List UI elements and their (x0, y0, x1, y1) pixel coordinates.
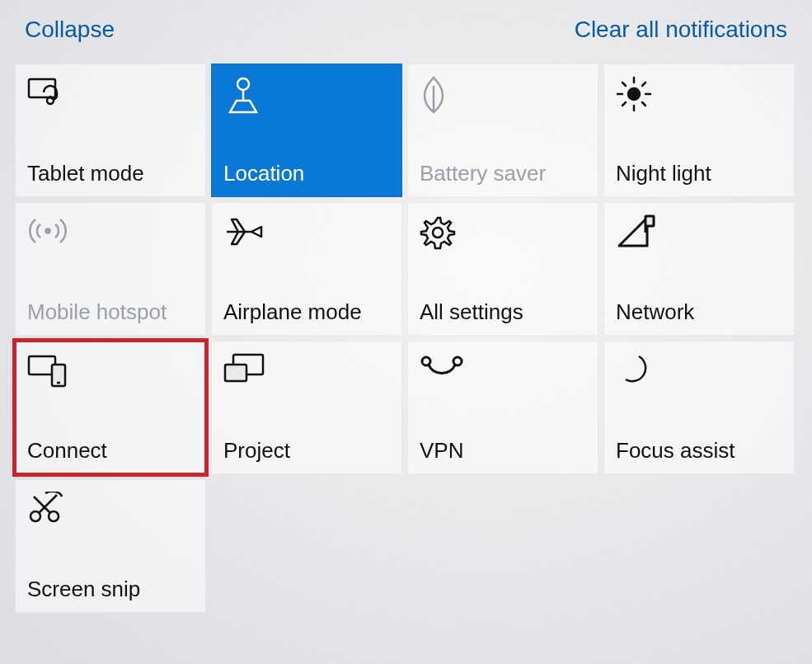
tile-label: Battery saver (420, 161, 586, 186)
connect-icon (27, 351, 194, 391)
tile-label: Project (223, 438, 390, 464)
svg-point-2 (237, 78, 249, 90)
svg-rect-0 (29, 79, 55, 97)
tile-connect[interactable]: Connect (15, 341, 206, 474)
top-bar: Collapse Clear all notifications (0, 0, 812, 64)
tile-all-settings[interactable]: All settings (407, 202, 598, 336)
tile-vpn[interactable]: VPN (407, 341, 598, 474)
action-center-panel: Collapse Clear all notifications Tablet … (0, 0, 812, 664)
tile-label: Connect (27, 438, 194, 464)
tablet-mode-icon (27, 74, 194, 114)
tile-label: Night light (616, 161, 782, 186)
quick-actions-grid: Tablet mode Location Battery saver (0, 64, 812, 613)
vpn-icon (420, 351, 586, 391)
svg-line-12 (642, 82, 645, 86)
tile-project[interactable]: Project (211, 341, 402, 474)
tile-location[interactable]: Location (211, 64, 402, 197)
svg-rect-16 (645, 216, 654, 226)
tile-label: Screen snip (27, 577, 194, 602)
project-icon (223, 351, 390, 391)
battery-saver-icon (420, 74, 586, 114)
collapse-link[interactable]: Collapse (25, 16, 115, 43)
tile-label: Tablet mode (27, 161, 194, 186)
tile-mobile-hotspot[interactable]: Mobile hotspot (15, 202, 206, 336)
svg-line-10 (622, 82, 626, 86)
settings-icon (420, 213, 586, 252)
tile-label: Airplane mode (223, 299, 390, 325)
clear-all-link[interactable]: Clear all notifications (575, 16, 787, 43)
tile-network[interactable]: Network (603, 202, 795, 336)
svg-line-13 (622, 102, 626, 106)
tile-label: Network (616, 299, 782, 325)
svg-rect-22 (225, 365, 246, 381)
location-icon (223, 74, 390, 114)
svg-point-14 (46, 229, 50, 233)
tile-label: Location (223, 161, 390, 186)
tile-label: Mobile hotspot (27, 299, 194, 325)
tile-tablet-mode[interactable]: Tablet mode (15, 64, 206, 197)
airplane-icon (223, 213, 390, 252)
night-light-icon (616, 74, 782, 114)
tile-screen-snip[interactable]: Screen snip (15, 479, 206, 613)
svg-point-5 (628, 88, 640, 100)
tile-airplane-mode[interactable]: Airplane mode (211, 202, 402, 336)
tile-focus-assist[interactable]: Focus assist (603, 341, 795, 474)
tile-label: VPN (420, 438, 586, 464)
screen-snip-icon (27, 490, 194, 530)
focus-assist-icon (616, 351, 782, 391)
tile-night-light[interactable]: Night light (603, 64, 795, 197)
tile-label: All settings (420, 299, 586, 325)
tile-battery-saver[interactable]: Battery saver (407, 64, 598, 197)
svg-line-11 (642, 102, 645, 106)
mobile-hotspot-icon (27, 213, 194, 252)
network-icon (616, 213, 782, 252)
svg-point-15 (433, 228, 443, 238)
tile-label: Focus assist (616, 438, 782, 464)
svg-point-1 (47, 97, 54, 104)
